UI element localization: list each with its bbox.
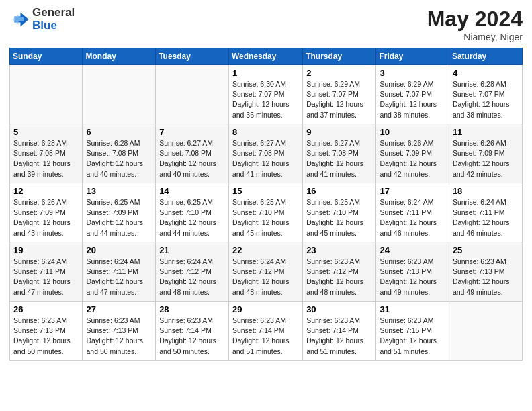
day-info: Sunrise: 6:23 AM Sunset: 7:14 PM Dayligh… [306,316,372,357]
day-info: Sunrise: 6:23 AM Sunset: 7:14 PM Dayligh… [159,316,225,357]
day-number: 13 [86,186,152,196]
day-number: 14 [159,186,225,196]
calendar-week-row: 12Sunrise: 6:26 AM Sunset: 7:09 PM Dayli… [10,183,523,242]
calendar-cell: 7Sunrise: 6:27 AM Sunset: 7:08 PM Daylig… [156,124,229,183]
calendar-cell: 23Sunrise: 6:23 AM Sunset: 7:12 PM Dayli… [303,242,376,302]
calendar-cell: 12Sunrise: 6:26 AM Sunset: 7:09 PM Dayli… [10,183,83,242]
day-number: 29 [232,304,299,314]
day-number: 17 [380,186,445,196]
day-info: Sunrise: 6:30 AM Sunset: 7:07 PM Dayligh… [232,79,299,120]
day-info: Sunrise: 6:25 AM Sunset: 7:09 PM Dayligh… [86,197,152,238]
day-info: Sunrise: 6:24 AM Sunset: 7:12 PM Dayligh… [232,257,299,298]
day-number: 12 [13,186,79,196]
page: General Blue May 2024 Niamey, Niger Sund… [0,0,532,411]
location: Niamey, Niger [427,32,523,42]
calendar-cell [449,302,522,361]
calendar-cell: 24Sunrise: 6:23 AM Sunset: 7:13 PM Dayli… [376,242,449,302]
logo-general: General [32,7,75,19]
day-number: 26 [13,304,79,314]
day-info: Sunrise: 6:27 AM Sunset: 7:08 PM Dayligh… [159,138,225,179]
day-number: 30 [306,304,372,314]
calendar-cell: 22Sunrise: 6:24 AM Sunset: 7:12 PM Dayli… [228,242,302,302]
calendar-cell: 13Sunrise: 6:25 AM Sunset: 7:09 PM Dayli… [83,183,156,242]
day-info: Sunrise: 6:25 AM Sunset: 7:10 PM Dayligh… [232,197,299,238]
col-header-thursday: Thursday [303,48,376,65]
calendar-cell: 31Sunrise: 6:23 AM Sunset: 7:15 PM Dayli… [376,302,449,361]
generalblue-logo-icon [9,9,30,30]
day-info: Sunrise: 6:23 AM Sunset: 7:13 PM Dayligh… [380,257,445,298]
title-block: May 2024 Niamey, Niger [427,7,523,42]
calendar-cell: 20Sunrise: 6:24 AM Sunset: 7:11 PM Dayli… [83,242,156,302]
day-number: 11 [453,127,519,137]
day-number: 8 [232,127,299,137]
day-info: Sunrise: 6:24 AM Sunset: 7:11 PM Dayligh… [380,197,445,238]
calendar-cell: 28Sunrise: 6:23 AM Sunset: 7:14 PM Dayli… [156,302,229,361]
day-number: 15 [232,186,299,196]
day-info: Sunrise: 6:26 AM Sunset: 7:09 PM Dayligh… [453,138,519,179]
day-info: Sunrise: 6:27 AM Sunset: 7:08 PM Dayligh… [232,138,299,179]
calendar-week-row: 5Sunrise: 6:28 AM Sunset: 7:08 PM Daylig… [10,124,523,183]
day-number: 16 [306,186,372,196]
calendar-cell: 4Sunrise: 6:28 AM Sunset: 7:07 PM Daylig… [449,65,522,124]
day-info: Sunrise: 6:23 AM Sunset: 7:14 PM Dayligh… [232,316,299,357]
day-info: Sunrise: 6:26 AM Sunset: 7:09 PM Dayligh… [13,197,79,238]
calendar-cell: 17Sunrise: 6:24 AM Sunset: 7:11 PM Dayli… [376,183,449,242]
day-info: Sunrise: 6:29 AM Sunset: 7:07 PM Dayligh… [306,79,372,120]
day-info: Sunrise: 6:29 AM Sunset: 7:07 PM Dayligh… [380,79,445,120]
day-info: Sunrise: 6:28 AM Sunset: 7:08 PM Dayligh… [13,138,79,179]
day-info: Sunrise: 6:28 AM Sunset: 7:08 PM Dayligh… [86,138,152,179]
calendar-week-row: 26Sunrise: 6:23 AM Sunset: 7:13 PM Dayli… [10,302,523,361]
day-info: Sunrise: 6:24 AM Sunset: 7:11 PM Dayligh… [453,197,519,238]
day-info: Sunrise: 6:24 AM Sunset: 7:11 PM Dayligh… [13,257,79,298]
day-number: 5 [13,127,79,137]
col-header-monday: Monday [83,48,156,65]
day-info: Sunrise: 6:26 AM Sunset: 7:09 PM Dayligh… [380,138,445,179]
day-info: Sunrise: 6:24 AM Sunset: 7:11 PM Dayligh… [86,257,152,298]
col-header-sunday: Sunday [10,48,83,65]
calendar: SundayMondayTuesdayWednesdayThursdayFrid… [9,48,523,361]
day-number: 9 [306,127,372,137]
calendar-cell [83,65,156,124]
calendar-cell: 25Sunrise: 6:23 AM Sunset: 7:13 PM Dayli… [449,242,522,302]
calendar-cell: 2Sunrise: 6:29 AM Sunset: 7:07 PM Daylig… [303,65,376,124]
col-header-friday: Friday [376,48,449,65]
day-number: 19 [13,245,79,255]
calendar-cell: 3Sunrise: 6:29 AM Sunset: 7:07 PM Daylig… [376,65,449,124]
col-header-wednesday: Wednesday [228,48,302,65]
day-number: 27 [86,304,152,314]
day-number: 6 [86,127,152,137]
calendar-cell: 29Sunrise: 6:23 AM Sunset: 7:14 PM Dayli… [228,302,302,361]
day-number: 4 [453,68,519,78]
day-number: 31 [380,304,445,314]
day-number: 1 [232,68,299,78]
day-number: 2 [306,68,372,78]
calendar-cell: 19Sunrise: 6:24 AM Sunset: 7:11 PM Dayli… [10,242,83,302]
calendar-cell: 9Sunrise: 6:27 AM Sunset: 7:08 PM Daylig… [303,124,376,183]
day-number: 7 [159,127,225,137]
calendar-cell: 15Sunrise: 6:25 AM Sunset: 7:10 PM Dayli… [228,183,302,242]
logo-blue: Blue [32,19,75,32]
day-number: 18 [453,186,519,196]
day-number: 3 [380,68,445,78]
calendar-cell [10,65,83,124]
day-info: Sunrise: 6:23 AM Sunset: 7:13 PM Dayligh… [453,257,519,298]
calendar-cell: 8Sunrise: 6:27 AM Sunset: 7:08 PM Daylig… [228,124,302,183]
day-info: Sunrise: 6:23 AM Sunset: 7:15 PM Dayligh… [380,316,445,357]
calendar-cell [156,65,229,124]
day-number: 20 [86,245,152,255]
calendar-cell: 14Sunrise: 6:25 AM Sunset: 7:10 PM Dayli… [156,183,229,242]
day-info: Sunrise: 6:25 AM Sunset: 7:10 PM Dayligh… [159,197,225,238]
day-number: 22 [232,245,299,255]
calendar-cell: 16Sunrise: 6:25 AM Sunset: 7:10 PM Dayli… [303,183,376,242]
calendar-week-row: 1Sunrise: 6:30 AM Sunset: 7:07 PM Daylig… [10,65,523,124]
calendar-cell: 11Sunrise: 6:26 AM Sunset: 7:09 PM Dayli… [449,124,522,183]
logo: General Blue [9,7,75,32]
calendar-week-row: 19Sunrise: 6:24 AM Sunset: 7:11 PM Dayli… [10,242,523,302]
day-info: Sunrise: 6:28 AM Sunset: 7:07 PM Dayligh… [453,79,519,120]
month-title: May 2024 [427,7,523,32]
logo-text: General Blue [32,7,75,32]
calendar-cell: 5Sunrise: 6:28 AM Sunset: 7:08 PM Daylig… [10,124,83,183]
col-header-saturday: Saturday [449,48,522,65]
day-number: 10 [380,127,445,137]
day-number: 28 [159,304,225,314]
